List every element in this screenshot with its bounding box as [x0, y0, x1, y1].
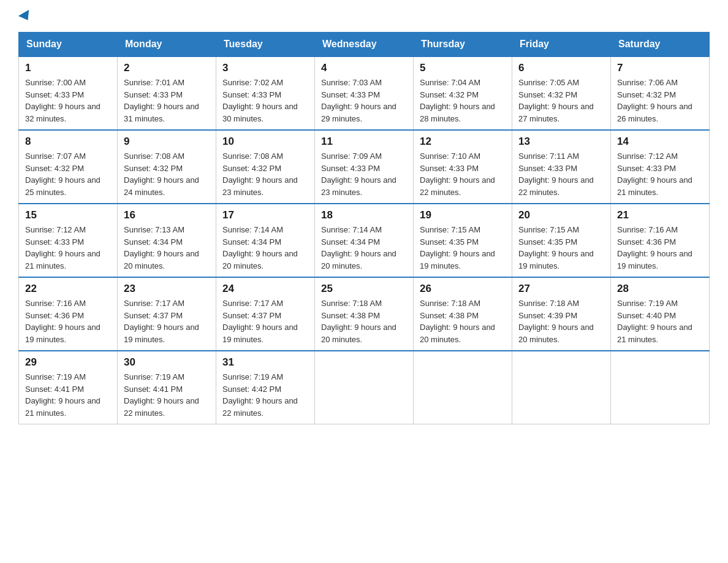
day-info: Sunrise: 7:19 AMSunset: 4:41 PMDaylight:…	[25, 371, 111, 419]
calendar-cell: 20Sunrise: 7:15 AMSunset: 4:35 PMDayligh…	[512, 204, 611, 277]
day-info: Sunrise: 7:17 AMSunset: 4:37 PMDaylight:…	[124, 297, 210, 345]
day-number: 25	[321, 283, 407, 295]
day-number: 13	[518, 136, 604, 148]
calendar-cell: 31Sunrise: 7:19 AMSunset: 4:42 PMDayligh…	[216, 351, 315, 424]
day-number: 15	[25, 209, 111, 221]
day-info: Sunrise: 7:19 AMSunset: 4:41 PMDaylight:…	[124, 371, 210, 419]
header-day-monday: Monday	[118, 33, 216, 57]
calendar-cell: 12Sunrise: 7:10 AMSunset: 4:33 PMDayligh…	[414, 130, 512, 204]
calendar-cell: 15Sunrise: 7:12 AMSunset: 4:33 PMDayligh…	[19, 204, 118, 277]
logo-triangle-icon	[18, 10, 33, 23]
day-info: Sunrise: 7:19 AMSunset: 4:42 PMDaylight:…	[222, 371, 308, 419]
header-day-thursday: Thursday	[414, 33, 512, 57]
header-day-friday: Friday	[512, 33, 611, 57]
day-info: Sunrise: 7:04 AMSunset: 4:32 PMDaylight:…	[420, 77, 506, 124]
day-info: Sunrise: 7:01 AMSunset: 4:33 PMDaylight:…	[124, 77, 210, 124]
day-info: Sunrise: 7:13 AMSunset: 4:34 PMDaylight:…	[124, 224, 210, 272]
day-info: Sunrise: 7:15 AMSunset: 4:35 PMDaylight:…	[518, 224, 604, 272]
day-number: 10	[222, 136, 308, 148]
day-number: 27	[518, 283, 604, 295]
calendar-cell: 18Sunrise: 7:14 AMSunset: 4:34 PMDayligh…	[315, 204, 414, 277]
day-number: 17	[222, 209, 308, 221]
day-number: 4	[321, 62, 407, 74]
calendar-cell: 24Sunrise: 7:17 AMSunset: 4:37 PMDayligh…	[216, 277, 315, 351]
day-number: 31	[222, 356, 308, 369]
calendar-cell: 17Sunrise: 7:14 AMSunset: 4:34 PMDayligh…	[216, 204, 315, 277]
day-number: 12	[420, 136, 506, 148]
day-info: Sunrise: 7:14 AMSunset: 4:34 PMDaylight:…	[222, 224, 308, 272]
calendar-cell	[611, 351, 710, 424]
calendar-cell: 21Sunrise: 7:16 AMSunset: 4:36 PMDayligh…	[611, 204, 710, 277]
logo	[18, 12, 32, 21]
day-number: 21	[617, 209, 703, 221]
calendar-cell: 13Sunrise: 7:11 AMSunset: 4:33 PMDayligh…	[512, 130, 611, 204]
day-info: Sunrise: 7:10 AMSunset: 4:33 PMDaylight:…	[420, 150, 506, 198]
calendar-cell: 28Sunrise: 7:19 AMSunset: 4:40 PMDayligh…	[611, 277, 710, 351]
day-number: 2	[124, 62, 210, 74]
day-number: 19	[420, 209, 506, 221]
day-number: 7	[617, 62, 703, 74]
day-info: Sunrise: 7:18 AMSunset: 4:38 PMDaylight:…	[420, 297, 506, 345]
calendar-cell	[315, 351, 414, 424]
day-number: 9	[124, 136, 210, 148]
calendar-week-row: 1Sunrise: 7:00 AMSunset: 4:33 PMDaylight…	[19, 56, 710, 130]
day-number: 14	[617, 136, 703, 148]
day-number: 29	[25, 356, 111, 369]
calendar-cell: 27Sunrise: 7:18 AMSunset: 4:39 PMDayligh…	[512, 277, 611, 351]
day-number: 22	[25, 283, 111, 295]
day-number: 1	[25, 62, 111, 74]
day-number: 23	[124, 283, 210, 295]
day-number: 3	[222, 62, 308, 74]
day-number: 6	[518, 62, 604, 74]
day-info: Sunrise: 7:02 AMSunset: 4:33 PMDaylight:…	[222, 77, 308, 124]
day-info: Sunrise: 7:11 AMSunset: 4:33 PMDaylight:…	[518, 150, 604, 198]
day-info: Sunrise: 7:18 AMSunset: 4:38 PMDaylight:…	[321, 297, 407, 345]
day-number: 5	[420, 62, 506, 74]
calendar-cell: 22Sunrise: 7:16 AMSunset: 4:36 PMDayligh…	[19, 277, 118, 351]
day-number: 30	[124, 356, 210, 369]
day-info: Sunrise: 7:12 AMSunset: 4:33 PMDaylight:…	[617, 150, 703, 198]
header	[18, 12, 710, 21]
calendar-cell: 14Sunrise: 7:12 AMSunset: 4:33 PMDayligh…	[611, 130, 710, 204]
calendar-cell: 5Sunrise: 7:04 AMSunset: 4:32 PMDaylight…	[414, 56, 512, 130]
day-info: Sunrise: 7:06 AMSunset: 4:32 PMDaylight:…	[617, 77, 703, 124]
day-info: Sunrise: 7:12 AMSunset: 4:33 PMDaylight:…	[25, 224, 111, 272]
calendar-cell: 7Sunrise: 7:06 AMSunset: 4:32 PMDaylight…	[611, 56, 710, 130]
day-info: Sunrise: 7:15 AMSunset: 4:35 PMDaylight:…	[420, 224, 506, 272]
calendar-cell: 29Sunrise: 7:19 AMSunset: 4:41 PMDayligh…	[19, 351, 118, 424]
calendar-cell: 11Sunrise: 7:09 AMSunset: 4:33 PMDayligh…	[315, 130, 414, 204]
day-info: Sunrise: 7:17 AMSunset: 4:37 PMDaylight:…	[222, 297, 308, 345]
calendar-table: SundayMondayTuesdayWednesdayThursdayFrid…	[18, 32, 710, 424]
header-day-wednesday: Wednesday	[315, 33, 414, 57]
calendar-header-row: SundayMondayTuesdayWednesdayThursdayFrid…	[19, 33, 710, 57]
calendar-cell: 3Sunrise: 7:02 AMSunset: 4:33 PMDaylight…	[216, 56, 315, 130]
day-number: 20	[518, 209, 604, 221]
calendar-cell: 2Sunrise: 7:01 AMSunset: 4:33 PMDaylight…	[118, 56, 216, 130]
calendar-week-row: 15Sunrise: 7:12 AMSunset: 4:33 PMDayligh…	[19, 204, 710, 277]
calendar-cell: 23Sunrise: 7:17 AMSunset: 4:37 PMDayligh…	[118, 277, 216, 351]
day-number: 26	[420, 283, 506, 295]
calendar-cell: 26Sunrise: 7:18 AMSunset: 4:38 PMDayligh…	[414, 277, 512, 351]
calendar-cell: 19Sunrise: 7:15 AMSunset: 4:35 PMDayligh…	[414, 204, 512, 277]
calendar-cell: 30Sunrise: 7:19 AMSunset: 4:41 PMDayligh…	[118, 351, 216, 424]
calendar-cell	[512, 351, 611, 424]
day-number: 18	[321, 209, 407, 221]
day-number: 16	[124, 209, 210, 221]
header-day-saturday: Saturday	[611, 33, 710, 57]
calendar-cell	[414, 351, 512, 424]
calendar-cell: 9Sunrise: 7:08 AMSunset: 4:32 PMDaylight…	[118, 130, 216, 204]
header-day-sunday: Sunday	[19, 33, 118, 57]
day-info: Sunrise: 7:08 AMSunset: 4:32 PMDaylight:…	[222, 150, 308, 198]
calendar-cell: 25Sunrise: 7:18 AMSunset: 4:38 PMDayligh…	[315, 277, 414, 351]
calendar-week-row: 29Sunrise: 7:19 AMSunset: 4:41 PMDayligh…	[19, 351, 710, 424]
day-number: 28	[617, 283, 703, 295]
calendar-cell: 10Sunrise: 7:08 AMSunset: 4:32 PMDayligh…	[216, 130, 315, 204]
day-info: Sunrise: 7:16 AMSunset: 4:36 PMDaylight:…	[25, 297, 111, 345]
day-info: Sunrise: 7:08 AMSunset: 4:32 PMDaylight:…	[124, 150, 210, 198]
day-info: Sunrise: 7:05 AMSunset: 4:32 PMDaylight:…	[518, 77, 604, 124]
day-info: Sunrise: 7:07 AMSunset: 4:32 PMDaylight:…	[25, 150, 111, 198]
day-info: Sunrise: 7:18 AMSunset: 4:39 PMDaylight:…	[518, 297, 604, 345]
day-info: Sunrise: 7:03 AMSunset: 4:33 PMDaylight:…	[321, 77, 407, 124]
calendar-cell: 6Sunrise: 7:05 AMSunset: 4:32 PMDaylight…	[512, 56, 611, 130]
calendar-cell: 16Sunrise: 7:13 AMSunset: 4:34 PMDayligh…	[118, 204, 216, 277]
